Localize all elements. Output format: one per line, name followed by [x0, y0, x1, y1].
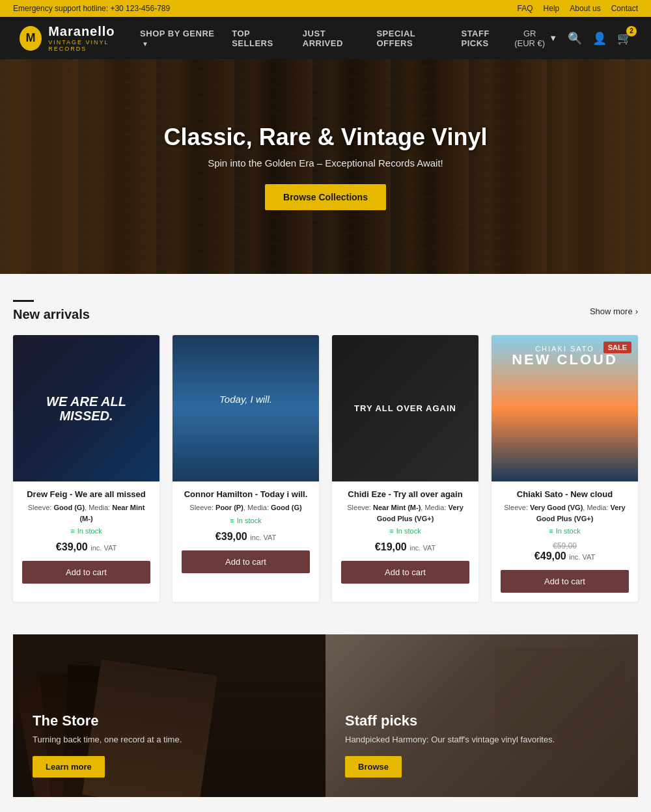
album-art-4: CHIAKI SATO NEW CLOUD: [492, 335, 638, 481]
topbar-help[interactable]: Help: [544, 4, 560, 13]
album-art-1: WE ARE ALL MISSED.: [13, 335, 159, 481]
price-vat: inc. VAT: [409, 544, 436, 552]
section-title-area: New arrivals: [13, 300, 90, 322]
logo-text: Maranello VINTAGE VINYL RECORDS: [48, 24, 140, 52]
product-meta: Sleeve: Good (G), Media: Near Mint (M-): [22, 502, 150, 524]
product-info-4: Chiaki Sato - New cloud Sleeve: Very Goo…: [492, 481, 638, 602]
nav-special-offers[interactable]: SPECIAL OFFERS: [376, 29, 445, 48]
nav-staff-picks[interactable]: STAFF PICKS: [461, 29, 513, 48]
main-nav: SHOP BY GENRE ▼ TOP SELLERS JUST ARRIVED…: [140, 29, 513, 48]
topbar-links: FAQ Help About us Contact: [518, 4, 638, 13]
sale-badge: SALE: [603, 342, 631, 353]
product-image: SALE CHIAKI SATO NEW CLOUD: [492, 335, 638, 481]
product-meta: Sleeve: Near Mint (M-), Media: Very Good…: [341, 502, 469, 524]
brand-name: Maranello: [48, 24, 115, 38]
in-stock-badge: ≡ In stock: [22, 527, 150, 535]
product-name: Connor Hamilton - Today i will.: [182, 489, 310, 499]
topbar-contact[interactable]: Contact: [611, 4, 638, 13]
banner-section: The Store Turning back time, one record …: [13, 634, 638, 797]
list-icon: ≡: [70, 527, 74, 535]
product-info-2: Connor Hamilton - Today i will. Sleeve: …: [173, 481, 319, 582]
price-area: €59,00 €49,00 inc. VAT: [501, 541, 629, 562]
product-name: Chiaki Sato - New cloud: [501, 489, 629, 499]
logo-area: M Maranello VINTAGE VINYL RECORDS: [20, 24, 140, 52]
show-more-link[interactable]: Show more ›: [590, 306, 638, 316]
price-vat: inc. VAT: [569, 553, 595, 561]
list-icon: ≡: [389, 527, 393, 535]
product-name: Chidi Eze - Try all over again: [341, 489, 469, 499]
product-image: WE ARE ALL MISSED.: [13, 335, 159, 481]
product-card: SALE CHIAKI SATO NEW CLOUD Chiaki Sato -…: [492, 335, 638, 602]
staff-picks-title: Staff picks: [345, 712, 618, 729]
chevron-right-icon: ›: [635, 306, 638, 316]
in-stock-badge: ≡ In stock: [501, 527, 629, 535]
product-card: Today, I will. Connor Hamilton - Today i…: [173, 335, 319, 602]
hero-content: Classic, Rare & Vintage Vinyl Spin into …: [164, 124, 488, 210]
product-image: Today, I will.: [173, 335, 319, 481]
album-art-3: TRY ALL OVER AGAIN: [332, 335, 478, 481]
price-area: €19,00 inc. VAT: [341, 541, 469, 553]
account-icon[interactable]: 👤: [592, 31, 607, 46]
art-background-2: Today, I will.: [173, 335, 319, 481]
add-to-cart-button[interactable]: Add to cart: [22, 561, 150, 584]
topbar-about[interactable]: About us: [570, 4, 600, 13]
product-card: TRY ALL OVER AGAIN Chidi Eze - Try all o…: [332, 335, 478, 602]
art-background-1: WE ARE ALL MISSED.: [13, 335, 159, 481]
product-meta: Sleeve: Poor (P), Media: Good (G): [182, 502, 310, 513]
staff-picks-subtitle: Handpicked Harmony: Our staff's vintage …: [345, 735, 618, 744]
list-icon: ≡: [549, 527, 553, 535]
nav-shop-genre[interactable]: SHOP BY GENRE ▼: [140, 29, 216, 48]
staff-picks-banner: Staff picks Handpicked Harmony: Our staf…: [326, 634, 638, 797]
price-current: €39,00: [215, 531, 247, 542]
topbar-faq[interactable]: FAQ: [518, 4, 533, 13]
add-to-cart-button[interactable]: Add to cart: [182, 550, 310, 573]
store-banner-subtitle: Turning back time, one record at a time.: [33, 735, 306, 744]
new-arrivals-section: New arrivals Show more › WE ARE ALL MISS…: [13, 274, 638, 621]
add-to-cart-button[interactable]: Add to cart: [501, 570, 629, 593]
store-banner-title: The Store: [33, 712, 306, 729]
product-grid: WE ARE ALL MISSED. Drew Feig - We are al…: [13, 335, 638, 602]
product-card: WE ARE ALL MISSED. Drew Feig - We are al…: [13, 335, 159, 602]
section-title: New arrivals: [13, 307, 90, 322]
browse-collections-button[interactable]: Browse Collections: [265, 184, 386, 210]
price-area: €39,00 inc. VAT: [22, 541, 150, 553]
store-learn-more-button[interactable]: Learn more: [33, 756, 105, 778]
hero-section: Classic, Rare & Vintage Vinyl Spin into …: [0, 59, 651, 274]
header: M Maranello VINTAGE VINYL RECORDS SHOP B…: [0, 17, 651, 59]
staff-picks-browse-button[interactable]: Browse: [345, 756, 402, 778]
art-background-3: TRY ALL OVER AGAIN: [332, 335, 478, 481]
product-image: TRY ALL OVER AGAIN: [332, 335, 478, 481]
price-old: €59,00: [501, 541, 629, 550]
nav-just-arrived[interactable]: JUST ARRIVED: [303, 29, 361, 48]
store-banner-content: The Store Turning back time, one record …: [33, 712, 306, 778]
cart-wrapper: 🛒 2: [617, 31, 631, 46]
add-to-cart-button[interactable]: Add to cart: [341, 561, 469, 584]
staff-picks-banner-content: Staff picks Handpicked Harmony: Our staf…: [345, 712, 618, 778]
product-info-3: Chidi Eze - Try all over again Sleeve: N…: [332, 481, 478, 593]
price-current: €49,00: [534, 550, 566, 562]
currency-selector[interactable]: GR (EUR €) ▼: [513, 29, 557, 48]
topbar: Emergency support hotline: +30 123-456-7…: [0, 0, 651, 17]
support-text: Emergency support hotline: +30 123-456-7…: [13, 4, 170, 13]
price-current: €39,00: [56, 541, 88, 552]
album-art-2: Today, I will.: [173, 335, 319, 481]
price-vat: inc. VAT: [250, 534, 276, 541]
header-right: GR (EUR €) ▼ 🔍 👤 🛒 2: [513, 29, 631, 48]
hero-title: Classic, Rare & Vintage Vinyl: [164, 124, 488, 151]
main-content: New arrivals Show more › WE ARE ALL MISS…: [0, 274, 651, 812]
section-divider: [13, 300, 34, 302]
search-icon[interactable]: 🔍: [568, 31, 582, 46]
logo-circle: M: [20, 26, 42, 51]
hero-subtitle: Spin into the Golden Era – Exceptional R…: [164, 157, 488, 169]
price-area: €39,00 inc. VAT: [182, 531, 310, 543]
brand-sub: VINTAGE VINYL RECORDS: [48, 39, 140, 52]
in-stock-badge: ≡ In stock: [341, 527, 469, 535]
section-header: New arrivals Show more ›: [13, 300, 638, 322]
nav-top-sellers[interactable]: TOP SELLERS: [232, 29, 287, 48]
list-icon: ≡: [230, 517, 234, 524]
chevron-down-icon: ▼: [549, 33, 557, 43]
price-vat: inc. VAT: [90, 544, 117, 552]
dropdown-arrow-icon: ▼: [142, 40, 148, 47]
product-info-1: Drew Feig - We are all missed Sleeve: Go…: [13, 481, 159, 593]
product-meta: Sleeve: Very Good (VG), Media: Very Good…: [501, 502, 629, 524]
